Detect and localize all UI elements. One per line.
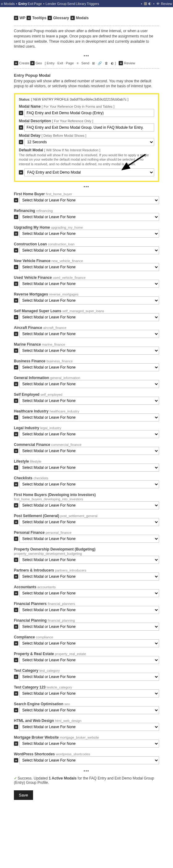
- expand-icon[interactable]: +: [14, 503, 18, 507]
- expand-icon[interactable]: +: [14, 624, 18, 629]
- nav-entry[interactable]: Entry: [19, 2, 27, 6]
- nav-review[interactable]: Review: [161, 2, 172, 6]
- nav-triggers[interactable]: Triggers: [87, 2, 99, 6]
- interest-modal-select[interactable]: Select Modal or Leave For None: [20, 756, 159, 764]
- expand-icon[interactable]: +: [14, 248, 18, 252]
- expand-icon[interactable]: +: [14, 399, 18, 403]
- toolbar-glyph-grid[interactable]: ⊞: [92, 61, 95, 65]
- interest-modal-select[interactable]: Select Modal or Leave For None: [20, 518, 159, 526]
- expand-icon[interactable]: +: [14, 449, 18, 453]
- nav-send[interactable]: Send: [67, 2, 75, 6]
- review-icon[interactable]: +: [118, 61, 123, 65]
- toolbar-create[interactable]: Create: [19, 61, 29, 65]
- modal-delay-select[interactable]: 12 Seconds: [25, 138, 154, 146]
- interest-modal-select[interactable]: Select Modal or Leave For None: [20, 297, 159, 305]
- expand-icon[interactable]: +: [14, 348, 18, 353]
- expand-icon[interactable]: +: [14, 482, 18, 487]
- expand-icon[interactable]: +: [14, 465, 18, 470]
- nav-lender[interactable]: Lender Group: [46, 2, 67, 6]
- expand-icon[interactable]: +: [14, 365, 18, 370]
- link-modals[interactable]: Modals: [76, 16, 89, 20]
- interest-modal-select[interactable]: Select Modal or Leave For None: [20, 740, 159, 748]
- expand-icon[interactable]: +: [14, 658, 18, 662]
- expand-icon[interactable]: +: [14, 198, 18, 203]
- nav-library[interactable]: Library: [76, 2, 86, 6]
- nav-page[interactable]: Page: [34, 2, 42, 6]
- interest-modal-select[interactable]: Select Modal or Leave For None: [20, 447, 159, 455]
- geo-icon[interactable]: +: [30, 61, 35, 65]
- toolbar-review[interactable]: Review: [124, 61, 135, 65]
- nav-icon-eye[interactable]: 👁: [156, 2, 160, 6]
- interest-modal-select[interactable]: Select Modal or Leave For None: [20, 501, 159, 509]
- toolbar-send[interactable]: Send: [81, 61, 89, 65]
- expand-icon[interactable]: +: [14, 608, 18, 612]
- interest-modal-select[interactable]: Select Modal or Leave For None: [20, 535, 159, 543]
- nav-icon-1[interactable]: [144, 2, 147, 5]
- expand-icon[interactable]: +: [19, 170, 23, 175]
- plus-icon[interactable]: +: [47, 16, 52, 20]
- toolbar-glyph-link[interactable]: 🔗: [98, 61, 102, 65]
- interest-modal-select[interactable]: Select Modal or Leave For None: [20, 263, 159, 271]
- toolbar-glyph-trash[interactable]: 🗑: [105, 61, 108, 65]
- default-modal-select[interactable]: FAQ Entry and Exit Demo Modal: [25, 168, 154, 176]
- plus-icon[interactable]: +: [27, 16, 31, 20]
- expand-icon[interactable]: +: [19, 125, 23, 130]
- expand-icon[interactable]: +: [14, 641, 18, 646]
- link-glossary[interactable]: Glossary: [53, 16, 69, 20]
- interest-modal-select[interactable]: Select Modal or Leave For None: [20, 246, 159, 254]
- expand-icon[interactable]: +: [19, 140, 23, 144]
- expand-icon[interactable]: +: [14, 708, 18, 712]
- interest-modal-select[interactable]: Select Modal or Leave For None: [20, 196, 159, 204]
- expand-icon[interactable]: +: [14, 758, 18, 763]
- interest-modal-select[interactable]: Select Modal or Leave For None: [20, 464, 159, 472]
- interest-modal-select[interactable]: Select Modal or Leave For None: [20, 229, 159, 238]
- interest-modal-select[interactable]: Select Modal or Leave For None: [20, 347, 159, 354]
- toolbar-glyph-rows[interactable]: ≡: [77, 61, 78, 65]
- interest-modal-select[interactable]: Select Modal or Leave For None: [20, 639, 159, 647]
- toolbar-geo[interactable]: Geo: [36, 61, 42, 65]
- modal-name-input[interactable]: [25, 109, 154, 117]
- save-button[interactable]: Save: [14, 790, 33, 800]
- interest-modal-select[interactable]: Select Modal or Leave For None: [20, 723, 159, 731]
- interest-modal-select[interactable]: Select Modal or Leave For None: [20, 706, 159, 714]
- expand-icon[interactable]: +: [14, 265, 18, 269]
- link-wp[interactable]: WP: [20, 16, 25, 20]
- interest-modal-select[interactable]: Select Modal or Leave For None: [20, 556, 159, 564]
- interest-modal-select[interactable]: Select Modal or Leave For None: [20, 313, 159, 321]
- interest-modal-select[interactable]: Select Modal or Leave For None: [20, 330, 159, 338]
- interest-modal-select[interactable]: Select Modal or Leave For None: [20, 413, 159, 422]
- toolbar-entry[interactable]: Entry: [47, 61, 55, 65]
- interest-modal-select[interactable]: Select Modal or Leave For None: [20, 213, 159, 221]
- plus-icon[interactable]: +: [14, 16, 18, 20]
- expand-icon[interactable]: +: [14, 741, 18, 746]
- expand-icon[interactable]: +: [19, 111, 23, 115]
- expand-icon[interactable]: +: [14, 725, 18, 729]
- interest-modal-select[interactable]: Select Modal or Leave For None: [20, 606, 159, 614]
- interest-modal-select[interactable]: Select Modal or Leave For None: [20, 656, 159, 664]
- expand-icon[interactable]: +: [14, 282, 18, 286]
- interest-modal-select[interactable]: Select Modal or Leave For None: [20, 280, 159, 288]
- expand-icon[interactable]: +: [14, 332, 18, 336]
- toolbar-exit[interactable]: Exit: [58, 61, 63, 65]
- expand-icon[interactable]: +: [14, 298, 18, 303]
- interest-modal-select[interactable]: Select Modal or Leave For None: [20, 623, 159, 631]
- toolbar-glyph-circle[interactable]: ◐: [111, 61, 114, 65]
- expand-icon[interactable]: +: [14, 215, 18, 219]
- expand-icon[interactable]: +: [14, 691, 18, 695]
- expand-icon[interactable]: +: [14, 536, 18, 541]
- expand-icon[interactable]: +: [14, 382, 18, 386]
- nav-icon-circle[interactable]: ◐: [148, 2, 151, 6]
- interest-modal-select[interactable]: Select Modal or Leave For None: [20, 673, 159, 681]
- interest-modal-select[interactable]: Select Modal or Leave For None: [20, 380, 159, 388]
- create-icon[interactable]: +: [14, 61, 18, 65]
- interest-modal-select[interactable]: Select Modal or Leave For None: [20, 689, 159, 698]
- interest-modal-select[interactable]: Select Modal or Leave For None: [20, 397, 159, 405]
- expand-icon[interactable]: +: [14, 591, 18, 595]
- expand-icon[interactable]: +: [14, 231, 18, 236]
- nav-exit[interactable]: Exit: [28, 2, 33, 6]
- interest-modal-select[interactable]: Select Modal or Leave For None: [20, 430, 159, 438]
- expand-icon[interactable]: +: [14, 432, 18, 436]
- plus-icon[interactable]: +: [70, 16, 75, 20]
- expand-icon[interactable]: +: [14, 558, 18, 562]
- interest-modal-select[interactable]: Select Modal or Leave For None: [20, 572, 159, 581]
